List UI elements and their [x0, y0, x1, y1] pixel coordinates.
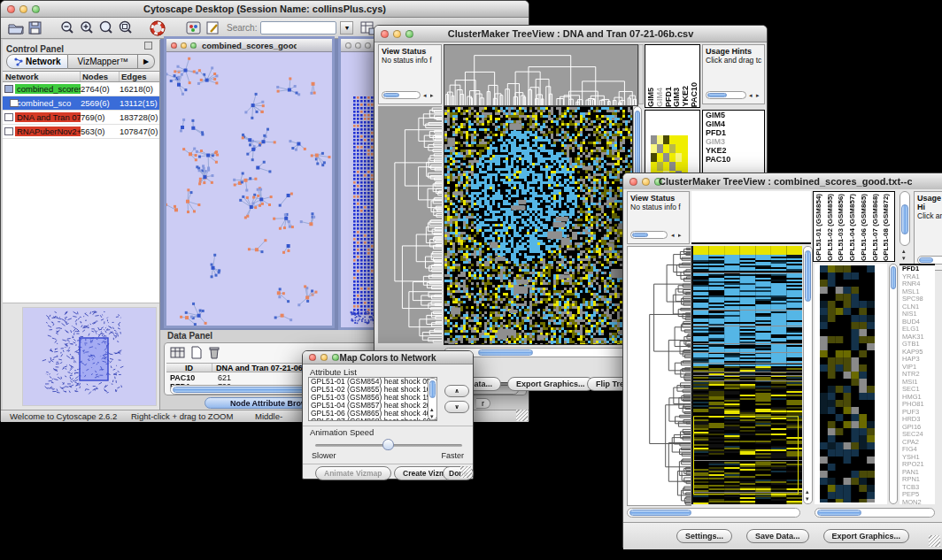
minimize-button[interactable] — [320, 354, 328, 361]
tv1-hints-scrollbar[interactable] — [706, 91, 746, 99]
tv1-dendro-scroll-strip[interactable] — [638, 44, 644, 104]
search-input[interactable] — [260, 21, 336, 35]
usage-hints-title: Usage Hi — [915, 192, 942, 211]
gene-label: GIM4 — [703, 119, 764, 128]
zoom-out-icon[interactable] — [59, 20, 75, 35]
scroll-down-icon[interactable]: ▾ — [806, 495, 809, 502]
float-panel-icon[interactable] — [144, 42, 152, 50]
vizmapper-panel-icon[interactable] — [186, 21, 202, 35]
close-icon[interactable] — [171, 42, 177, 49]
dialog-titlebar[interactable]: Map Colors to Network — [303, 351, 473, 364]
tv2-gene-dendrogram[interactable] — [627, 246, 691, 506]
tab-vizmapper[interactable]: VizMapper™ — [68, 54, 138, 69]
network-list-row[interactable]: DNA and Tran 07 769(0) 183728(0) — [3, 111, 159, 125]
annotation-icon[interactable] — [205, 21, 221, 35]
slower-label: Slower — [312, 451, 336, 460]
search-label: Search: — [227, 23, 257, 33]
attribute-list-item[interactable]: GPL51-07 (GSM868) heat shock 60 min — [309, 418, 436, 421]
minimize-button[interactable] — [19, 5, 27, 13]
close-button[interactable] — [629, 178, 637, 186]
control-panel: Control Panel Network VizMapper™ ▶ Netwo… — [3, 40, 160, 410]
scroll-right-icon[interactable]: ▸ — [756, 92, 760, 98]
scroll-up-icon[interactable]: ▴ — [430, 406, 434, 412]
tv1-heatmap[interactable] — [444, 106, 633, 345]
zoom-fit-icon[interactable] — [118, 20, 134, 35]
edge-attribute-browser-tab-fragment[interactable]: r — [476, 398, 490, 409]
close-button[interactable] — [7, 5, 15, 13]
treeview-action-button[interactable]: Export Graphics... — [507, 377, 594, 391]
zoom-in-icon[interactable] — [79, 20, 95, 35]
minimize-button[interactable] — [393, 30, 401, 38]
resize-grip[interactable] — [929, 535, 940, 547]
treeview1-titlebar[interactable]: ClusterMaker TreeView : DNA and Tran 07-… — [374, 26, 767, 42]
scroll-down-icon[interactable]: ▾ — [902, 255, 906, 261]
attribute-select-icon[interactable] — [170, 346, 185, 359]
slider-thumb[interactable] — [382, 439, 394, 450]
view-status-text: No status info f — [379, 56, 441, 65]
tv2-column-labels-panel[interactable]: GPL51-01 (GSM854)GPL51-02 (GSM855)GPL51-… — [813, 191, 895, 262]
main-window-title: Cytoscape Desktop (Session Name: collins… — [36, 4, 493, 14]
network-list: combined_scores 2764(0) 16218(0) combine… — [3, 82, 159, 139]
scroll-right-icon[interactable]: ▸ — [678, 232, 682, 238]
minimize-icon[interactable] — [355, 42, 361, 49]
scroll-left-icon[interactable]: ◂ — [749, 92, 753, 98]
help-lifesaver-icon[interactable] — [150, 20, 166, 36]
close-button[interactable] — [381, 30, 389, 38]
treeview-action-button[interactable]: Settings... — [676, 529, 732, 543]
open-session-button[interactable] — [8, 21, 24, 35]
scroll-up-icon[interactable]: ▴ — [806, 488, 809, 495]
resize-grip[interactable] — [460, 466, 472, 478]
scroll-left-icon[interactable]: ◂ — [423, 92, 427, 98]
tab-overflow-button[interactable]: ▶ — [138, 54, 155, 69]
tv2-heat-vscrollbar[interactable] — [803, 246, 813, 504]
tv2-usage-hints-panel: Usage Hi Click and — [914, 191, 942, 271]
tv2-heat-hscrollbar[interactable] — [627, 508, 800, 518]
tv1-gene-dendrogram[interactable] — [378, 106, 442, 343]
tv1-column-dendrogram[interactable] — [444, 44, 638, 106]
close-icon[interactable] — [345, 42, 351, 49]
treeview-action-button[interactable]: Export Graphics... — [823, 529, 910, 543]
new-attribute-icon[interactable] — [190, 346, 203, 359]
scroll-up-icon[interactable]: ▴ — [902, 248, 906, 254]
network-list-row[interactable]: combined_sco 2569(6) 13112(15) — [3, 96, 159, 111]
move-attribute-down-button[interactable]: ∨ — [444, 401, 469, 413]
resize-grip[interactable] — [516, 410, 528, 421]
tv2-heatmap[interactable] — [691, 246, 802, 504]
treeview-action-button[interactable]: Save Data... — [746, 529, 809, 543]
animate-vizmap-button[interactable]: Animate Vizmap — [315, 466, 391, 480]
network-list-row[interactable]: RNAPuberNov2+ 563(0) 107847(0) — [3, 125, 159, 139]
tv1-column-labels-panel[interactable]: GIM5GIM4PFD1GIM3YKE2PAC10 — [645, 44, 700, 108]
tv2-status-scrollbar[interactable] — [630, 231, 668, 239]
save-session-button[interactable] — [27, 21, 43, 35]
tv2-summary-heatmap[interactable] — [820, 265, 875, 502]
maximize-icon[interactable] — [190, 42, 197, 49]
network-list-row[interactable]: combined_scores 2764(0) 16218(0) — [3, 82, 159, 96]
scroll-right-icon[interactable]: ▸ — [430, 92, 434, 98]
minimize-button[interactable] — [642, 178, 650, 186]
tv2-gene-labels-panel[interactable]: PFD1YRA1RNR4MSL1SPC98CLN1NIS1BUD4ELG1MAK… — [900, 264, 935, 504]
tv2-mini-hscrollbar[interactable] — [815, 508, 935, 518]
tv2-labels-vscrollbar[interactable] — [900, 191, 910, 246]
network-table-header[interactable]: Network Nodes Edges — [3, 71, 159, 82]
maximize-icon[interactable] — [365, 42, 371, 49]
scroll-down-icon[interactable]: ▾ — [430, 413, 434, 419]
treeview2-titlebar[interactable]: ClusterMaker TreeView : combined_scores_… — [623, 173, 942, 190]
network-file-icon — [4, 85, 13, 93]
minimize-icon[interactable] — [181, 42, 187, 49]
tab-network[interactable]: Network — [6, 54, 68, 69]
move-attribute-up-button[interactable]: ∧ — [444, 385, 469, 397]
network-frame-1-titlebar[interactable]: combined_scores_good.txt--cluste... — [166, 39, 332, 52]
gene-label: MON2 — [900, 499, 935, 505]
network-frame-1[interactable]: combined_scores_good.txt--cluste... — [164, 36, 335, 328]
main-titlebar[interactable]: Cytoscape Desktop (Session Name: collins… — [1, 1, 529, 18]
scroll-left-icon[interactable]: ◂ — [671, 232, 675, 238]
search-dropdown-button[interactable]: ▼ — [340, 21, 353, 35]
attribute-listbox[interactable]: GPL51-01 (GSM854) heat shock 05 minGPL51… — [308, 377, 437, 421]
zoom-selected-icon[interactable] — [98, 20, 114, 35]
network-birdseye-view[interactable] — [22, 307, 157, 406]
delete-attribute-icon[interactable] — [208, 346, 220, 359]
tv1-status-scrollbar[interactable] — [382, 91, 421, 99]
tv2-mini-vscrollbar[interactable] — [889, 264, 898, 504]
close-button[interactable] — [309, 354, 316, 361]
network-view-1[interactable] — [166, 52, 332, 326]
